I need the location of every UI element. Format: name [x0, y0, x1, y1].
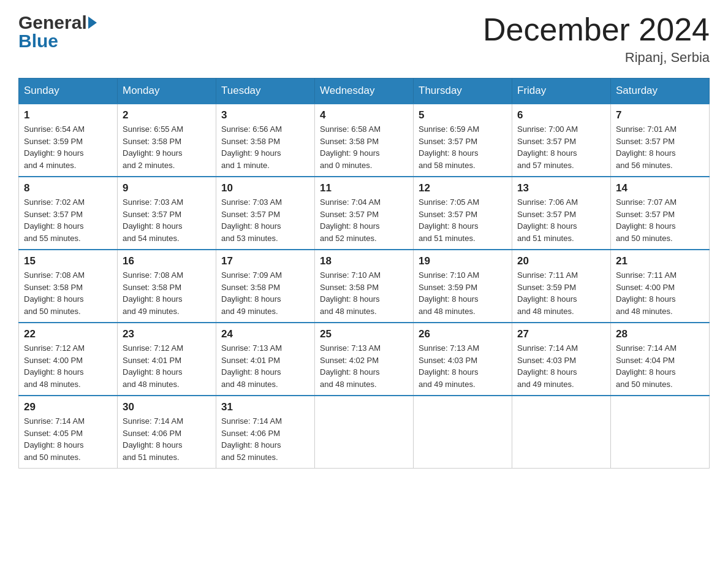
- header-row: SundayMondayTuesdayWednesdayThursdayFrid…: [19, 79, 710, 104]
- day-cell: 1 Sunrise: 6:54 AMSunset: 3:59 PMDayligh…: [19, 104, 118, 177]
- day-info: Sunrise: 7:10 AMSunset: 3:58 PMDaylight:…: [320, 270, 381, 316]
- calendar-body: 1 Sunrise: 6:54 AMSunset: 3:59 PMDayligh…: [19, 104, 710, 469]
- day-number: 28: [616, 328, 704, 340]
- day-info: Sunrise: 7:00 AMSunset: 3:57 PMDaylight:…: [517, 124, 578, 170]
- day-number: 29: [24, 401, 112, 413]
- day-info: Sunrise: 7:03 AMSunset: 3:57 PMDaylight:…: [123, 197, 183, 243]
- day-cell: [611, 396, 710, 469]
- day-info: Sunrise: 7:13 AMSunset: 4:02 PMDaylight:…: [320, 343, 381, 389]
- day-number: 18: [320, 255, 408, 267]
- day-cell: 4 Sunrise: 6:58 AMSunset: 3:58 PMDayligh…: [315, 104, 414, 177]
- day-info: Sunrise: 7:02 AMSunset: 3:57 PMDaylight:…: [24, 197, 85, 243]
- day-number: 30: [123, 401, 211, 413]
- day-number: 21: [616, 255, 704, 267]
- day-number: 6: [517, 109, 605, 121]
- day-cell: 6 Sunrise: 7:00 AMSunset: 3:57 PMDayligh…: [512, 104, 611, 177]
- day-cell: 23 Sunrise: 7:12 AMSunset: 4:01 PMDaylig…: [118, 323, 216, 396]
- day-info: Sunrise: 7:09 AMSunset: 3:58 PMDaylight:…: [221, 270, 282, 316]
- day-cell: 28 Sunrise: 7:14 AMSunset: 4:04 PMDaylig…: [611, 323, 710, 396]
- day-cell: 13 Sunrise: 7:06 AMSunset: 3:57 PMDaylig…: [512, 177, 611, 250]
- day-number: 14: [616, 182, 704, 194]
- day-number: 7: [616, 109, 704, 121]
- day-info: Sunrise: 7:14 AMSunset: 4:05 PMDaylight:…: [24, 416, 85, 462]
- day-cell: 20 Sunrise: 7:11 AMSunset: 3:59 PMDaylig…: [512, 250, 611, 323]
- day-cell: 17 Sunrise: 7:09 AMSunset: 3:58 PMDaylig…: [216, 250, 315, 323]
- day-info: Sunrise: 7:13 AMSunset: 4:03 PMDaylight:…: [419, 343, 479, 389]
- day-info: Sunrise: 6:56 AMSunset: 3:58 PMDaylight:…: [221, 124, 282, 170]
- week-row-1: 1 Sunrise: 6:54 AMSunset: 3:59 PMDayligh…: [19, 104, 710, 177]
- day-info: Sunrise: 7:08 AMSunset: 3:58 PMDaylight:…: [24, 270, 85, 316]
- day-number: 4: [320, 109, 408, 121]
- day-cell: 18 Sunrise: 7:10 AMSunset: 3:58 PMDaylig…: [315, 250, 414, 323]
- day-info: Sunrise: 7:06 AMSunset: 3:57 PMDaylight:…: [517, 197, 578, 243]
- day-info: Sunrise: 7:12 AMSunset: 4:00 PMDaylight:…: [24, 343, 85, 389]
- day-cell: 8 Sunrise: 7:02 AMSunset: 3:57 PMDayligh…: [19, 177, 118, 250]
- day-info: Sunrise: 7:11 AMSunset: 3:59 PMDaylight:…: [517, 270, 578, 316]
- day-number: 22: [24, 328, 112, 340]
- day-number: 23: [123, 328, 211, 340]
- day-info: Sunrise: 7:14 AMSunset: 4:04 PMDaylight:…: [616, 343, 677, 389]
- day-cell: 15 Sunrise: 7:08 AMSunset: 3:58 PMDaylig…: [19, 250, 118, 323]
- title-area: December 2024 Ripanj, Serbia: [483, 12, 710, 66]
- day-info: Sunrise: 7:04 AMSunset: 3:57 PMDaylight:…: [320, 197, 381, 243]
- day-number: 15: [24, 255, 112, 267]
- calendar-header: SundayMondayTuesdayWednesdayThursdayFrid…: [19, 79, 710, 104]
- day-info: Sunrise: 7:13 AMSunset: 4:01 PMDaylight:…: [221, 343, 282, 389]
- header-cell-tuesday: Tuesday: [216, 79, 315, 104]
- month-title: December 2024: [483, 12, 710, 47]
- day-number: 2: [123, 109, 211, 121]
- day-number: 5: [419, 109, 507, 121]
- header-cell-thursday: Thursday: [414, 79, 512, 104]
- week-row-5: 29 Sunrise: 7:14 AMSunset: 4:05 PMDaylig…: [19, 396, 710, 469]
- day-number: 10: [221, 182, 309, 194]
- day-cell: 22 Sunrise: 7:12 AMSunset: 4:00 PMDaylig…: [19, 323, 118, 396]
- day-cell: 27 Sunrise: 7:14 AMSunset: 4:03 PMDaylig…: [512, 323, 611, 396]
- day-number: 9: [123, 182, 211, 194]
- day-info: Sunrise: 7:14 AMSunset: 4:03 PMDaylight:…: [517, 343, 578, 389]
- day-info: Sunrise: 6:54 AMSunset: 3:59 PMDaylight:…: [24, 124, 85, 170]
- day-number: 1: [24, 109, 112, 121]
- day-number: 3: [221, 109, 309, 121]
- header-cell-saturday: Saturday: [611, 79, 710, 104]
- day-cell: 16 Sunrise: 7:08 AMSunset: 3:58 PMDaylig…: [118, 250, 216, 323]
- day-cell: 25 Sunrise: 7:13 AMSunset: 4:02 PMDaylig…: [315, 323, 414, 396]
- day-number: 24: [221, 328, 309, 340]
- day-info: Sunrise: 7:10 AMSunset: 3:59 PMDaylight:…: [419, 270, 479, 316]
- day-info: Sunrise: 7:08 AMSunset: 3:58 PMDaylight:…: [123, 270, 183, 316]
- day-cell: 11 Sunrise: 7:04 AMSunset: 3:57 PMDaylig…: [315, 177, 414, 250]
- day-cell: 5 Sunrise: 6:59 AMSunset: 3:57 PMDayligh…: [414, 104, 512, 177]
- day-info: Sunrise: 7:07 AMSunset: 3:57 PMDaylight:…: [616, 197, 677, 243]
- day-info: Sunrise: 7:14 AMSunset: 4:06 PMDaylight:…: [221, 416, 282, 462]
- day-cell: 2 Sunrise: 6:55 AMSunset: 3:58 PMDayligh…: [118, 104, 216, 177]
- day-cell: 9 Sunrise: 7:03 AMSunset: 3:57 PMDayligh…: [118, 177, 216, 250]
- day-info: Sunrise: 6:58 AMSunset: 3:58 PMDaylight:…: [320, 124, 381, 170]
- day-cell: [512, 396, 611, 469]
- day-info: Sunrise: 7:01 AMSunset: 3:57 PMDaylight:…: [616, 124, 677, 170]
- day-cell: 12 Sunrise: 7:05 AMSunset: 3:57 PMDaylig…: [414, 177, 512, 250]
- logo-blue-text: Blue: [18, 31, 58, 52]
- day-number: 13: [517, 182, 605, 194]
- day-cell: 10 Sunrise: 7:03 AMSunset: 3:57 PMDaylig…: [216, 177, 315, 250]
- day-number: 19: [419, 255, 507, 267]
- day-info: Sunrise: 7:03 AMSunset: 3:57 PMDaylight:…: [221, 197, 282, 243]
- day-info: Sunrise: 7:14 AMSunset: 4:06 PMDaylight:…: [123, 416, 183, 462]
- day-cell: 29 Sunrise: 7:14 AMSunset: 4:05 PMDaylig…: [19, 396, 118, 469]
- day-cell: [414, 396, 512, 469]
- day-number: 8: [24, 182, 112, 194]
- week-row-4: 22 Sunrise: 7:12 AMSunset: 4:00 PMDaylig…: [19, 323, 710, 396]
- day-number: 26: [419, 328, 507, 340]
- day-cell: [315, 396, 414, 469]
- header-cell-friday: Friday: [512, 79, 611, 104]
- week-row-2: 8 Sunrise: 7:02 AMSunset: 3:57 PMDayligh…: [19, 177, 710, 250]
- header-cell-sunday: Sunday: [19, 79, 118, 104]
- day-number: 17: [221, 255, 309, 267]
- day-number: 31: [221, 401, 309, 413]
- page-header: General Blue December 2024 Ripanj, Serbi…: [18, 12, 710, 66]
- day-info: Sunrise: 6:59 AMSunset: 3:57 PMDaylight:…: [419, 124, 479, 170]
- calendar-table: SundayMondayTuesdayWednesdayThursdayFrid…: [18, 78, 710, 469]
- day-cell: 3 Sunrise: 6:56 AMSunset: 3:58 PMDayligh…: [216, 104, 315, 177]
- day-cell: 21 Sunrise: 7:11 AMSunset: 4:00 PMDaylig…: [611, 250, 710, 323]
- day-cell: 31 Sunrise: 7:14 AMSunset: 4:06 PMDaylig…: [216, 396, 315, 469]
- logo: General Blue: [18, 12, 97, 52]
- day-number: 16: [123, 255, 211, 267]
